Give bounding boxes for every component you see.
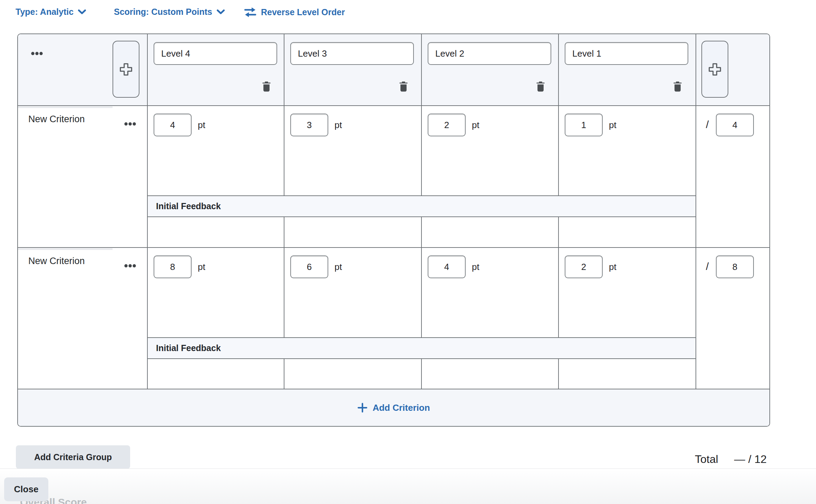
trash-icon: [672, 81, 683, 93]
feedback-cell[interactable]: [284, 217, 420, 247]
add-criteria-group-button[interactable]: Add Criteria Group: [16, 445, 130, 469]
feedback-cell[interactable]: [148, 217, 283, 247]
swap-arrows-icon: [244, 7, 257, 18]
grid-line: [421, 34, 422, 195]
criterion-menu-button[interactable]: [123, 121, 137, 127]
chevron-down-icon: [78, 9, 86, 15]
criterion-drag-strip: [18, 106, 113, 108]
pt-label: pt: [472, 120, 479, 130]
level-name-input[interactable]: [154, 42, 277, 65]
points-input[interactable]: [154, 114, 192, 136]
criterion-out-of-input[interactable]: [716, 114, 754, 136]
scoring-dropdown-label: Scoring: Custom Points: [114, 7, 212, 17]
chevron-down-icon: [216, 9, 225, 15]
feedback-band-background: [147, 196, 696, 216]
feedback-cell[interactable]: [422, 217, 557, 247]
points-input[interactable]: [428, 114, 466, 136]
points-input[interactable]: [290, 114, 328, 136]
criteria-group-menu-button[interactable]: [30, 51, 44, 56]
ellipsis-icon: [124, 122, 136, 126]
pt-label: pt: [334, 120, 342, 130]
criterion-drag-strip: [18, 248, 113, 250]
pt-label: pt: [198, 120, 205, 130]
add-criterion-button[interactable]: Add Criterion: [18, 389, 769, 426]
level-name-input[interactable]: [565, 42, 688, 65]
delete-level-button[interactable]: [671, 80, 684, 94]
feedback-cell[interactable]: [559, 217, 695, 247]
grid-line: [284, 34, 284, 195]
pt-label: pt: [334, 262, 342, 272]
reverse-level-order-label: Reverse Level Order: [261, 7, 345, 17]
points-input[interactable]: [154, 255, 192, 278]
out-of-separator: /: [706, 119, 709, 130]
scoring-dropdown[interactable]: Scoring: Custom Points: [114, 7, 225, 17]
grid-line: [696, 34, 696, 389]
rubric-table: New Criterion pt pt pt pt / Initial Feed…: [17, 33, 770, 427]
trash-icon: [535, 81, 546, 93]
add-level-button-left[interactable]: [113, 41, 139, 98]
total-label: Total: [695, 453, 718, 466]
type-dropdown-label: Type: Analytic: [16, 7, 74, 17]
pt-label: pt: [609, 262, 616, 272]
close-button[interactable]: Close: [4, 477, 48, 501]
grid-line: [147, 337, 696, 338]
initial-feedback-label: Initial Feedback: [156, 338, 221, 358]
trash-icon: [398, 81, 409, 93]
reverse-level-order-button[interactable]: Reverse Level Order: [244, 7, 345, 18]
criterion-menu-button[interactable]: [123, 263, 137, 269]
pt-label: pt: [609, 120, 616, 130]
add-criterion-label: Add Criterion: [372, 403, 430, 413]
total-value: — / 12: [734, 453, 767, 466]
level-name-input[interactable]: [428, 42, 551, 65]
grid-line: [18, 247, 769, 248]
feedback-cell[interactable]: [148, 359, 283, 389]
plus-icon: [357, 403, 368, 413]
criterion-out-of-input[interactable]: [716, 255, 754, 278]
footer-band: [0, 468, 816, 504]
grid-line: [147, 34, 148, 389]
grid-line: [558, 34, 559, 195]
pt-label: pt: [472, 262, 479, 272]
ellipsis-icon: [31, 52, 43, 55]
points-input[interactable]: [565, 114, 603, 136]
total-row: Total — / 12: [695, 453, 767, 466]
initial-feedback-label: Initial Feedback: [156, 196, 221, 216]
delete-level-button[interactable]: [260, 80, 273, 94]
plus-outline-icon: [707, 61, 723, 77]
criterion-name[interactable]: New Criterion: [28, 114, 85, 125]
feedback-cell[interactable]: [422, 359, 557, 389]
delete-level-button[interactable]: [397, 80, 410, 94]
grid-line: [18, 105, 769, 106]
level-name-input[interactable]: [290, 42, 414, 65]
grid-line: [147, 195, 696, 196]
points-input[interactable]: [428, 255, 466, 278]
criterion-name[interactable]: New Criterion: [28, 256, 85, 266]
feedback-band-background: [147, 338, 696, 358]
trash-icon: [261, 81, 272, 93]
ellipsis-icon: [124, 264, 136, 268]
points-input[interactable]: [565, 255, 603, 278]
feedback-cell[interactable]: [284, 359, 420, 389]
add-level-button-right[interactable]: [701, 41, 728, 98]
feedback-cell[interactable]: [559, 359, 695, 389]
points-input[interactable]: [290, 255, 328, 278]
out-of-separator: /: [706, 261, 709, 272]
type-dropdown[interactable]: Type: Analytic: [16, 7, 86, 17]
delete-level-button[interactable]: [534, 80, 547, 94]
plus-outline-icon: [118, 61, 134, 77]
pt-label: pt: [198, 262, 205, 272]
